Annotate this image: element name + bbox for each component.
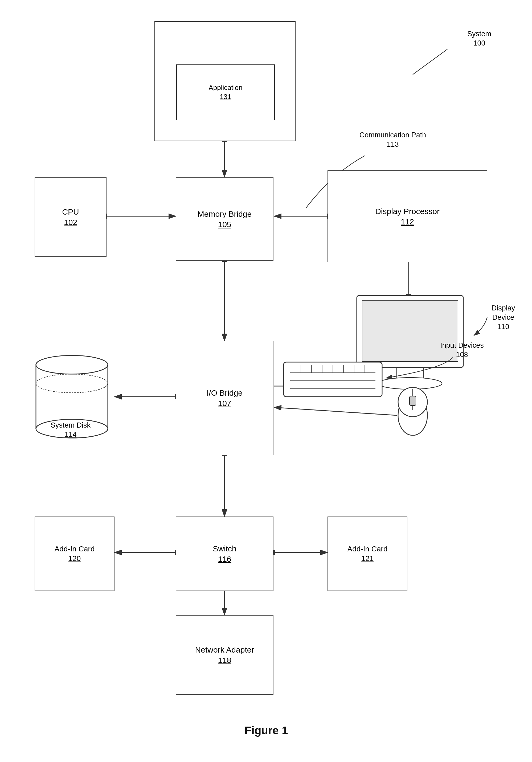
memory-bridge-box: Memory Bridge 105 [176,177,273,261]
cpu-box: CPU 102 [35,177,107,257]
switch-label: Switch [213,543,236,554]
application-number: 131 [220,92,231,102]
svg-line-11 [274,407,397,415]
cpu-label: CPU [62,207,79,217]
svg-point-23 [36,355,108,374]
addin-121-label: Add-In Card [347,544,388,554]
network-adapter-box: Network Adapter 118 [176,615,273,695]
display-device-label: DisplayDevice 110 [479,304,527,332]
system-disk-label: System Disk 114 [35,421,107,439]
svg-rect-19 [397,367,423,378]
system-memory-box: System Memory 104 Application 131 [154,21,296,141]
display-processor-label: Display Processor [375,206,440,216]
keyboard-svg [282,359,383,405]
svg-line-16 [413,49,447,75]
comm-path-label: Communication Path 113 [349,130,437,149]
addin-120-number: 120 [68,554,81,564]
memory-bridge-label: Memory Bridge [197,209,252,219]
network-adapter-label: Network Adapter [195,645,254,655]
application-label: Application [208,83,242,92]
addin-card-120-box: Add-In Card 120 [35,516,114,591]
network-adapter-number: 118 [218,655,231,665]
switch-box: Switch 116 [176,516,273,591]
addin-card-121-box: Add-In Card 121 [328,516,408,591]
io-bridge-box: I/O Bridge 107 [176,341,273,455]
system-label: System 100 [453,29,506,48]
mouse-svg [394,381,431,437]
application-box: Application 131 [176,64,275,120]
figure-label: Figure 1 [200,724,333,737]
memory-bridge-number: 105 [218,219,231,230]
cpu-number: 102 [64,217,77,227]
display-processor-number: 112 [401,216,414,227]
display-processor-box: Display Processor 112 [328,170,487,262]
svg-rect-40 [410,396,416,406]
addin-120-label: Add-In Card [54,544,95,554]
io-bridge-label: I/O Bridge [207,388,243,398]
input-devices-label: Input Devices 108 [431,341,493,359]
addin-121-number: 121 [361,554,374,564]
io-bridge-number: 107 [218,398,231,409]
switch-number: 116 [218,554,231,564]
diagram: System Memory 104 Application 131 CPU 10… [0,0,532,762]
